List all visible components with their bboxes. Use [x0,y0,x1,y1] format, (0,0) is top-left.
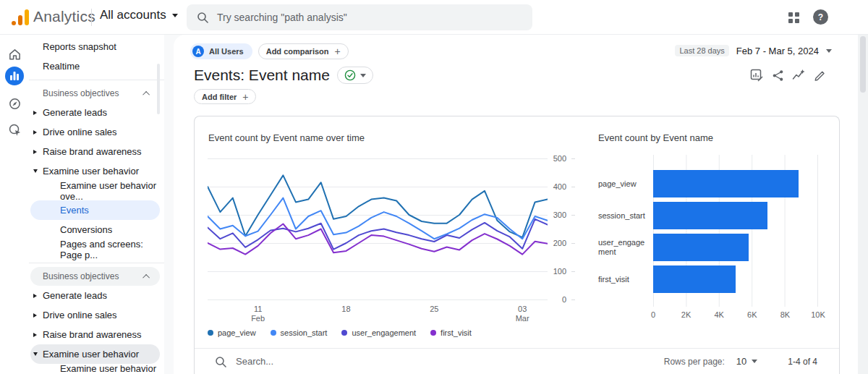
rows-per-page-select[interactable]: 10 [736,356,757,367]
audience-chip-label: All Users [209,47,244,56]
line-chart-title: Event count by Event name over time [208,132,365,143]
add-filter-button[interactable]: Add filter + [194,89,256,104]
edit-report-icon [750,69,763,82]
table-search-input[interactable]: Search... [215,356,664,367]
series-line-page_view [208,175,548,237]
home-icon [8,48,22,61]
bar-chart-xaxis: 02K4K6K8K10K [653,310,818,322]
data-quality-dropdown[interactable] [337,67,373,84]
analytics-app: Analytics All accounts Try searching "pa… [0,0,868,374]
nav-reports-button[interactable] [5,67,24,85]
nav-explore-button[interactable] [5,94,24,113]
bar-category-label: page_view [598,179,650,189]
y-axis-tick [571,158,575,159]
sidebar-scrollbar[interactable] [157,64,160,114]
expand-caret-icon [33,111,37,115]
scrollbar-thumb[interactable] [860,36,866,93]
rows-per-page-value: 10 [736,356,746,367]
account-selector-label: All accounts [100,8,166,22]
sidebar-item-reports-snapshot[interactable]: Reports snapshot [30,37,160,56]
sidebar-item-raise-brand-awareness-2[interactable]: Raise brand awareness [30,325,160,344]
sidebar-item-label: Drive online sales [43,310,117,320]
expand-caret-icon [33,294,37,298]
sidebar-item-generate-leads-2[interactable]: Generate leads [30,286,160,305]
sidebar-section-header-business-objectives[interactable]: Business objectives [30,84,160,103]
line-chart-legend: page_viewsession_startuser_engagementfir… [208,328,472,337]
edit-button[interactable] [813,69,826,82]
sidebar-item-generate-leads[interactable]: Generate leads [30,103,160,122]
all-users-chip[interactable]: A All Users [190,43,252,59]
sidebar-item-drive-online-sales-2[interactable]: Drive online sales [30,305,160,325]
global-search-placeholder: Try searching "path analysis" [217,12,347,23]
add-filter-label: Add filter [202,93,237,101]
legend-label: user_engagement [352,328,416,337]
legend-item-first_visit[interactable]: first_visit [430,328,472,337]
sidebar-item-examine-user-behavior-overview-2[interactable]: Examine user behavior ove... [30,364,160,374]
help-icon[interactable]: ? [813,9,828,25]
bar-chart-plot [653,155,818,307]
sidebar-item-pages-and-screens[interactable]: Pages and screens: Page p... [30,239,160,259]
date-range-selector[interactable]: Last 28 days Feb 7 - Mar 5, 2024 [675,45,832,56]
app-bar: Analytics All accounts Try searching "pa… [0,0,868,35]
table-toolbar: Search... Rows per page: 10 1-4 of 4 [195,348,839,374]
legend-item-session_start[interactable]: session_start [271,328,328,337]
sidebar-section-header-business-objectives-2[interactable]: Business objectives [30,267,160,286]
legend-dot-icon [430,330,436,336]
x-axis-label: 18 [341,305,350,314]
vertical-scrollbar[interactable] [858,35,868,374]
sidebar-item-events[interactable]: Events [30,200,160,220]
sidebar-item-label: Generate leads [43,107,107,118]
legend-dot-icon [341,330,347,336]
bar-chart-labels: page_viewsession_startuser_engagementfir… [598,155,650,307]
collapse-chevron-icon [142,273,150,281]
y-axis-label: 500 [553,154,566,163]
bar-x-axis-label: 8K [780,310,790,319]
bar-first_visit [653,265,736,293]
legend-item-page_view[interactable]: page_view [208,328,256,337]
nav-rail [0,35,29,374]
x-axis-label: 25 [430,305,438,314]
global-search-input[interactable]: Try searching "path analysis" [187,4,532,30]
report-action-icons [750,69,826,82]
filter-row: Add filter + [194,89,256,104]
rows-per-page-label: Rows per page: [664,357,725,367]
sidebar-item-realtime[interactable]: Realtime [30,56,160,76]
customize-report-button[interactable] [750,69,763,82]
plus-icon: + [242,92,248,102]
report-title-row: Events: Event name [194,67,373,84]
nav-advertising-button[interactable] [5,120,24,139]
sidebar-item-raise-brand-awareness[interactable]: Raise brand awareness [30,142,160,161]
insights-button[interactable] [792,69,805,82]
sidebar-item-examine-user-behavior[interactable]: Examine user behavior [30,161,160,181]
section-header-label: Business objectives [43,88,119,98]
advertising-icon [8,123,22,137]
sidebar-item-label: Events [60,205,89,216]
sidebar-item-conversions[interactable]: Conversions [30,220,160,239]
sidebar-item-examine-user-behavior-overview[interactable]: Examine user behavior ove... [30,181,160,200]
page-title: Events: Event name [194,67,330,84]
chevron-down-icon [172,14,178,17]
legend-label: session_start [281,328,328,337]
apps-grid-icon[interactable] [788,12,799,23]
nav-home-button[interactable] [5,45,24,64]
share-button[interactable] [771,69,784,82]
table-search-placeholder: Search... [236,356,273,367]
legend-item-user_engagement[interactable]: user_engagement [341,328,416,337]
line-chart-yticks [571,158,575,300]
account-selector[interactable]: All accounts [100,8,178,22]
sidebar-item-label: Generate leads [43,290,107,301]
y-axis-tick [571,215,575,216]
bar-x-axis-label: 2K [681,310,691,319]
sidebar-item-label: Examine user behavior ove... [60,363,160,374]
reports-icon [9,71,20,81]
plus-icon: + [335,46,341,56]
date-range-value: Feb 7 - Mar 5, 2024 [736,46,819,56]
collapse-chevron-icon [142,90,150,98]
collapse-caret-icon [33,169,38,173]
sidebar-item-examine-user-behavior-2[interactable]: Examine user behavior [30,344,160,364]
y-axis-tick [571,187,575,187]
bar-category-label: session_start [598,211,650,221]
date-range-preset-label: Last 28 days [675,45,728,56]
add-comparison-button[interactable]: Add comparison + [258,43,349,59]
sidebar-item-drive-online-sales[interactable]: Drive online sales [30,122,160,142]
